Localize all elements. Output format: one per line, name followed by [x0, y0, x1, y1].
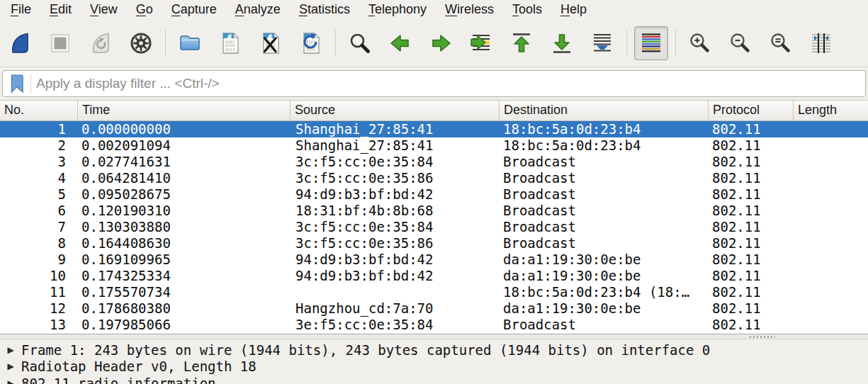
cell-length: [794, 219, 868, 235]
go-last-packet-button[interactable]: [545, 26, 579, 60]
column-header-time[interactable]: Time: [78, 101, 291, 120]
cell-source: 94:d9:b3:bf:bd:42: [291, 186, 500, 203]
cell-source: [291, 284, 500, 300]
packet-row[interactable]: 70.1303038803c:f5:cc:0e:35:84Broadcast80…: [0, 219, 868, 235]
go-forward-button[interactable]: [424, 26, 458, 60]
bookmark-icon[interactable]: [9, 74, 25, 94]
close-file-button[interactable]: 0101 0110 0111: [254, 26, 288, 60]
detail-item-text: Radiotap Header v0, Length 18: [21, 358, 257, 374]
packet-row[interactable]: 90.16910996594:d9:b3:bf:bd:42da:a1:19:30…: [0, 252, 868, 268]
arrow-up-first-icon: [509, 31, 534, 55]
packet-row[interactable]: 60.12019031018:31:bf:4b:8b:68Broadcast80…: [0, 203, 868, 219]
packet-row[interactable]: 100.17432533494:d9:b3:bf:bd:42da:a1:19:3…: [0, 268, 868, 284]
cell-no: 5: [0, 186, 78, 203]
toolbar-separator: [165, 30, 166, 57]
cell-length: [794, 300, 868, 317]
packet-row[interactable]: 80.1644086303c:f5:cc:0e:35:86Broadcast80…: [0, 235, 868, 252]
cell-no: 3: [0, 154, 78, 170]
toolbar-separator: [335, 30, 336, 57]
packet-row[interactable]: 40.0642814103c:f5:cc:0e:35:86Broadcast80…: [0, 170, 868, 186]
cell-time: 0.178680380: [78, 300, 291, 317]
menu-tools[interactable]: Tools: [503, 1, 551, 19]
packet-row[interactable]: 110.17557073418:bc:5a:0d:23:b4 (18:…802.…: [0, 284, 868, 300]
cell-length: [794, 235, 868, 252]
colorize-packets-button[interactable]: [634, 26, 668, 60]
packet-row[interactable]: 10.000000000Shanghai_27:85:4118:bc:5a:0d…: [0, 121, 868, 137]
go-back-button[interactable]: [383, 26, 417, 60]
cell-protocol: 802.11: [709, 268, 794, 284]
cell-destination: da:a1:19:30:0e:be: [500, 300, 709, 317]
packet-row[interactable]: 30.0277416313c:f5:cc:0e:35:84Broadcast80…: [0, 154, 868, 170]
cell-source: 3c:f5:cc:0e:35:84: [291, 219, 500, 235]
packet-row[interactable]: 50.09502867594:d9:b3:bf:bd:42Broadcast80…: [0, 186, 868, 203]
restart-fin-icon: [89, 31, 113, 55]
detail-item-text: 802.11 radio information: [21, 375, 216, 384]
save-file-button[interactable]: 0101 0110 0111: [213, 26, 247, 60]
expander-arrow-icon[interactable]: ▶: [0, 361, 21, 371]
display-filter-input[interactable]: [36, 76, 861, 91]
zoom-reset-icon: [769, 31, 793, 55]
file-binary-icon: 0101 0110 0111: [218, 31, 242, 55]
column-header-length[interactable]: Length: [794, 101, 868, 120]
detail-tree-item[interactable]: ▶Radiotap Header v0, Length 18: [0, 358, 868, 375]
reload-file-button[interactable]: 0101 0110 0111: [294, 26, 328, 60]
column-header-source[interactable]: Source: [291, 101, 500, 120]
packet-row[interactable]: 120.178680380Hangzhou_cd:7a:70da:a1:19:3…: [0, 300, 868, 317]
magnifier-icon: [348, 31, 372, 55]
menu-file[interactable]: File: [1, 1, 40, 19]
capture-options-button[interactable]: [124, 26, 158, 60]
menu-view[interactable]: View: [81, 1, 127, 19]
auto-scroll-button[interactable]: [585, 26, 619, 60]
column-header-protocol[interactable]: Protocol: [709, 101, 794, 120]
expander-arrow-icon[interactable]: ▶: [0, 345, 21, 355]
zoom-original-button[interactable]: [764, 26, 798, 60]
toolbar-group: 0101 0110 0111 0101 0110 0111 0101 0110 …: [173, 26, 328, 60]
toolbar-group: [343, 26, 619, 60]
resize-columns-button[interactable]: [804, 26, 838, 60]
restart-capture-button[interactable]: [84, 26, 118, 60]
detail-tree-item[interactable]: ▶Frame 1: 243 bytes on wire (1944 bits),…: [0, 341, 868, 358]
filter-toolbar: [0, 67, 868, 100]
cell-no: 4: [0, 170, 78, 186]
packet-list-header: No.TimeSourceDestinationProtocolLength: [0, 100, 868, 121]
cell-no: 10: [0, 268, 78, 284]
menu-edit[interactable]: Edit: [40, 1, 81, 19]
cell-protocol: 802.11: [709, 317, 794, 333]
detail-tree-item[interactable]: ▶802.11 radio information: [0, 375, 868, 384]
menu-wireless[interactable]: Wireless: [436, 1, 503, 19]
cell-protocol: 802.11: [709, 219, 794, 235]
go-to-packet-button[interactable]: [464, 26, 498, 60]
packet-row[interactable]: 20.002091094Shanghai_27:85:4118:bc:5a:0d…: [0, 137, 868, 154]
menu-statistics[interactable]: Statistics: [290, 1, 359, 19]
start-capture-button[interactable]: [3, 26, 37, 60]
cell-source: 3c:f5:cc:0e:35:86: [291, 170, 500, 186]
cell-source: 18:31:bf:4b:8b:68: [291, 203, 500, 219]
expander-arrow-icon[interactable]: ▶: [0, 378, 21, 384]
cell-destination: 18:bc:5a:0d:23:b4 (18:…: [500, 284, 709, 300]
menu-bar: FileEditViewGoCaptureAnalyzeStatisticsTe…: [0, 0, 868, 20]
cell-time: 0.175570734: [78, 284, 291, 300]
menu-help[interactable]: Help: [551, 1, 596, 19]
cell-length: [794, 284, 868, 300]
zoom-in-button[interactable]: [683, 26, 717, 60]
go-first-packet-button[interactable]: [505, 26, 539, 60]
file-reload-icon: 0101 0110 0111: [299, 31, 323, 55]
cell-source: Hangzhou_cd:7a:70: [291, 300, 500, 317]
column-header-no[interactable]: No.: [0, 101, 78, 120]
pane-splitter[interactable]: [0, 334, 868, 339]
menu-capture[interactable]: Capture: [162, 1, 226, 19]
menu-telephony[interactable]: Telephony: [359, 1, 436, 19]
open-file-button[interactable]: [173, 26, 207, 60]
find-packet-button[interactable]: [343, 26, 377, 60]
cell-no: 13: [0, 317, 78, 333]
column-header-destination[interactable]: Destination: [500, 101, 709, 120]
cell-no: 12: [0, 300, 78, 317]
cell-length: [794, 203, 868, 219]
menu-go[interactable]: Go: [127, 1, 162, 19]
display-filter-box[interactable]: [2, 70, 866, 97]
cell-time: 0.064281410: [78, 170, 291, 186]
packet-row[interactable]: 130.1979850663e:f5:cc:0e:35:84Broadcast8…: [0, 317, 868, 333]
stop-capture-button[interactable]: [43, 26, 77, 60]
menu-analyze[interactable]: Analyze: [226, 1, 290, 19]
zoom-out-button[interactable]: [723, 26, 757, 60]
